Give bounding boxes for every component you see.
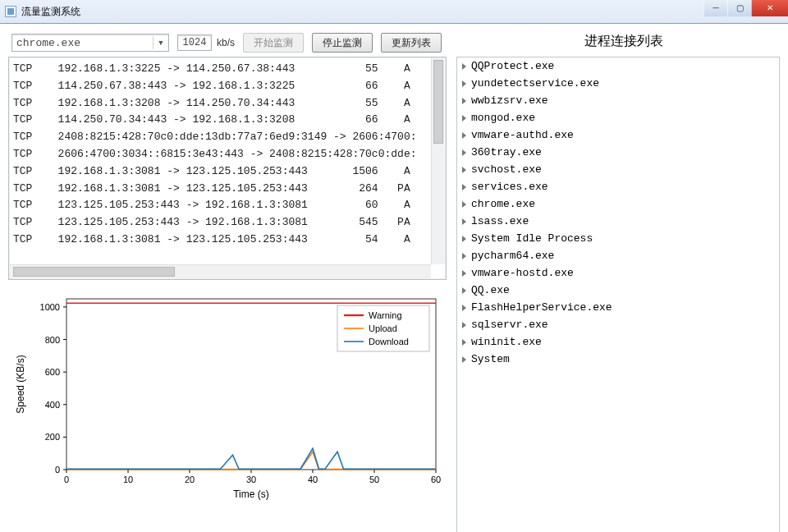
- threshold-input[interactable]: 1024: [177, 34, 212, 51]
- svg-text:400: 400: [45, 400, 60, 410]
- process-list-item[interactable]: lsass.exe: [462, 213, 774, 230]
- maximize-button[interactable]: ▢: [727, 0, 751, 16]
- svg-text:50: 50: [369, 475, 379, 484]
- process-name: sqlservr.exe: [471, 319, 548, 331]
- process-list-item[interactable]: services.exe: [462, 178, 774, 195]
- title-bar: 流量监测系统 ─ ▢ ✕: [0, 0, 788, 24]
- process-select[interactable]: chrome.exe ▾: [11, 34, 169, 52]
- process-name: svchost.exe: [471, 163, 542, 176]
- svg-text:1000: 1000: [40, 302, 60, 312]
- expand-icon: [462, 167, 466, 173]
- process-name: lsass.exe: [471, 215, 529, 227]
- svg-text:40: 40: [308, 475, 318, 484]
- expand-icon: [462, 236, 466, 242]
- process-name: QQ.exe: [471, 284, 510, 296]
- process-list-item[interactable]: mongod.exe: [462, 109, 774, 126]
- process-name: wwbizsrv.exe: [471, 94, 548, 107]
- process-name: mongod.exe: [471, 112, 535, 124]
- process-list-item[interactable]: yundetectservice.exe: [462, 75, 774, 92]
- svg-text:20: 20: [185, 475, 195, 484]
- process-list-item[interactable]: sqlservr.exe: [462, 316, 774, 333]
- process-list-item[interactable]: wininit.exe: [462, 333, 774, 351]
- threshold-unit: kb/s: [217, 37, 235, 48]
- expand-icon: [462, 356, 466, 363]
- expand-icon: [462, 132, 466, 139]
- process-list-item[interactable]: wwbizsrv.exe: [462, 92, 774, 109]
- process-list-title: 进程连接列表: [468, 31, 780, 55]
- process-name: 360tray.exe: [471, 146, 542, 158]
- stop-button[interactable]: 停止监测: [312, 33, 373, 53]
- process-list-item[interactable]: svchost.exe: [462, 161, 774, 178]
- refresh-button[interactable]: 更新列表: [381, 33, 442, 53]
- app-icon: [5, 6, 16, 17]
- svg-text:Warning: Warning: [369, 310, 402, 320]
- expand-icon: [462, 63, 466, 70]
- process-list-item[interactable]: chrome.exe: [462, 195, 774, 213]
- vertical-scrollbar[interactable]: [431, 58, 445, 264]
- process-name: pycharm64.exe: [471, 250, 554, 262]
- expand-icon: [462, 184, 466, 190]
- packet-log: TCP 192.168.1.3:3225 -> 114.250.67.38:44…: [8, 57, 447, 280]
- svg-text:0: 0: [55, 465, 60, 475]
- process-name: chrome.exe: [471, 198, 535, 210]
- process-list-item[interactable]: QQProtect.exe: [462, 57, 774, 75]
- process-name: FlashHelperService.exe: [471, 301, 612, 314]
- svg-text:Time (s): Time (s): [233, 488, 269, 500]
- process-list-item[interactable]: pycharm64.exe: [462, 247, 774, 264]
- process-name: System Idle Process: [471, 232, 593, 245]
- expand-icon: [462, 80, 466, 87]
- close-button[interactable]: ✕: [751, 0, 788, 16]
- expand-icon: [462, 149, 466, 156]
- process-list-item[interactable]: vmware-hostd.exe: [462, 264, 774, 282]
- expand-icon: [462, 287, 466, 294]
- process-list-item[interactable]: 360tray.exe: [462, 144, 774, 161]
- horizontal-scrollbar[interactable]: [10, 264, 431, 278]
- expand-icon: [462, 218, 466, 225]
- svg-text:30: 30: [246, 475, 256, 484]
- svg-text:10: 10: [123, 475, 133, 484]
- process-list-item[interactable]: FlashHelperService.exe: [462, 299, 774, 316]
- svg-text:Upload: Upload: [369, 323, 397, 333]
- expand-icon: [462, 339, 466, 346]
- process-list-item[interactable]: System Idle Process: [462, 230, 774, 247]
- process-list-item[interactable]: vmware-authd.exe: [462, 126, 774, 144]
- process-list-panel: QQProtect.exeyundetectservice.exewwbizsr…: [456, 57, 780, 532]
- expand-icon: [462, 253, 466, 259]
- minimize-button[interactable]: ─: [703, 0, 727, 16]
- process-name: wininit.exe: [471, 336, 542, 348]
- svg-rect-1: [7, 8, 14, 15]
- svg-text:Download: Download: [369, 337, 409, 346]
- process-name: yundetectservice.exe: [471, 77, 599, 89]
- process-name: System: [471, 353, 510, 365]
- svg-text:600: 600: [45, 367, 60, 377]
- toolbar: chrome.exe ▾ 1024 kb/s 开始监测 停止监测 更新列表 进程…: [0, 24, 788, 57]
- process-name: services.exe: [471, 181, 548, 193]
- start-button[interactable]: 开始监测: [243, 33, 304, 53]
- packet-log-lines: TCP 192.168.1.3:3225 -> 114.250.67.38:44…: [10, 61, 431, 264]
- expand-icon: [462, 322, 466, 328]
- svg-text:200: 200: [45, 432, 60, 442]
- expand-icon: [462, 270, 466, 277]
- expand-icon: [462, 98, 466, 104]
- window-title: 流量监测系统: [21, 5, 80, 19]
- svg-text:Speed (KB/s): Speed (KB/s): [15, 355, 26, 413]
- svg-text:0: 0: [64, 475, 69, 484]
- process-name: QQProtect.exe: [471, 60, 554, 72]
- svg-text:800: 800: [45, 335, 60, 345]
- process-list-item[interactable]: System: [462, 351, 774, 368]
- process-name: vmware-hostd.exe: [471, 267, 574, 279]
- process-list-item[interactable]: QQ.exe: [462, 282, 774, 299]
- traffic-chart: 010203040506002004006008001000Time (s)Sp…: [8, 288, 447, 503]
- expand-icon: [462, 305, 466, 311]
- expand-icon: [462, 201, 466, 208]
- expand-icon: [462, 115, 466, 122]
- svg-text:60: 60: [431, 475, 441, 484]
- process-select-value: chrome.exe: [12, 37, 153, 49]
- process-name: vmware-authd.exe: [471, 129, 574, 141]
- chevron-down-icon: ▾: [153, 36, 168, 49]
